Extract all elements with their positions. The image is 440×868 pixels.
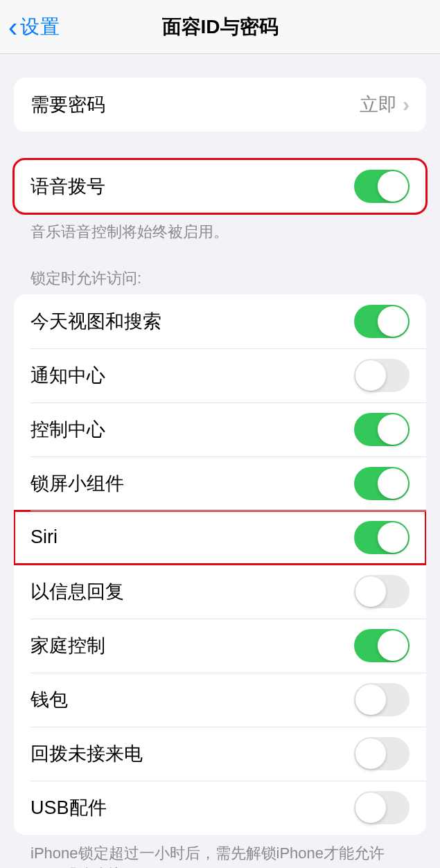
nav-bar: ‹ 设置 面容ID与密码	[0, 0, 440, 54]
locked-row-control-center: 控制中心	[14, 402, 426, 457]
locked-toggle-return-missed[interactable]	[354, 737, 410, 770]
locked-row-today: 今天视图和搜索	[14, 294, 426, 348]
locked-row-lock-widgets: 锁屏小组件	[14, 457, 426, 511]
voice-dial-footer: 音乐语音控制将始终被启用。	[30, 222, 410, 243]
locked-toggle-siri[interactable]	[354, 521, 410, 554]
locked-row-usb: USB配件	[14, 781, 426, 835]
locked-access-header: 锁定时允许访问:	[30, 268, 410, 289]
locked-label-home-control: 家庭控制	[30, 633, 105, 658]
toggle-knob	[355, 792, 386, 823]
locked-toggle-today[interactable]	[354, 305, 410, 338]
locked-label-siri: Siri	[30, 526, 58, 548]
voice-dial-toggle[interactable]	[354, 170, 410, 203]
locked-label-control-center: 控制中心	[30, 417, 105, 442]
locked-toggle-usb[interactable]	[354, 791, 410, 824]
toggle-knob	[378, 522, 408, 553]
toggle-knob	[355, 738, 386, 769]
locked-label-today: 今天视图和搜索	[30, 309, 161, 334]
toggle-knob	[378, 468, 408, 499]
locked-toggle-wallet[interactable]	[354, 683, 410, 716]
require-passcode-value: 立即	[360, 92, 397, 117]
voice-dial-label: 语音拨号	[30, 174, 105, 199]
toggle-knob	[378, 306, 408, 337]
toggle-knob	[355, 684, 386, 715]
require-passcode-row[interactable]: 需要密码 立即 ›	[14, 78, 426, 132]
locked-label-notification-center: 通知中心	[30, 363, 105, 388]
locked-row-home-control: 家庭控制	[14, 619, 426, 673]
locked-row-notification-center: 通知中心	[14, 348, 426, 402]
require-passcode-label: 需要密码	[30, 92, 105, 117]
locked-toggle-notification-center[interactable]	[354, 359, 410, 392]
locked-access-footer: iPhone锁定超过一小时后，需先解锁iPhone才能允许USB配件连接。	[30, 843, 410, 868]
require-passcode-trail: 立即 ›	[360, 92, 410, 117]
locked-label-return-missed: 回拨未接来电	[30, 741, 143, 766]
locked-label-reply-message: 以信息回复	[30, 579, 124, 604]
require-passcode-group: 需要密码 立即 ›	[14, 78, 426, 132]
locked-row-wallet: 钱包	[14, 673, 426, 727]
locked-row-return-missed: 回拨未接来电	[14, 727, 426, 781]
chevron-left-icon: ‹	[8, 13, 17, 41]
locked-label-lock-widgets: 锁屏小组件	[30, 471, 124, 496]
back-label: 设置	[20, 14, 60, 40]
locked-access-group: 今天视图和搜索 通知中心 控制中心 锁屏小组件 Siri 以信息回复 家庭控制	[14, 294, 426, 835]
toggle-knob	[355, 576, 386, 607]
locked-toggle-control-center[interactable]	[354, 413, 410, 446]
voice-dial-row: 语音拨号	[14, 159, 426, 213]
page-title: 面容ID与密码	[162, 14, 279, 40]
content: 需要密码 立即 › 语音拨号 音乐语音控制将始终被启用。 锁定时允许访问: 今天…	[0, 78, 440, 868]
locked-row-reply-message: 以信息回复	[14, 565, 426, 619]
toggle-knob	[378, 171, 408, 202]
back-button[interactable]: ‹ 设置	[0, 13, 60, 41]
locked-label-usb: USB配件	[30, 795, 107, 820]
toggle-knob	[355, 360, 386, 391]
chevron-right-icon: ›	[403, 93, 410, 116]
toggle-knob	[378, 630, 408, 661]
locked-row-siri: Siri	[14, 511, 426, 565]
locked-label-wallet: 钱包	[30, 687, 68, 712]
locked-toggle-home-control[interactable]	[354, 629, 410, 662]
voice-dial-group: 语音拨号	[14, 159, 426, 213]
locked-toggle-lock-widgets[interactable]	[354, 467, 410, 500]
locked-toggle-reply-message[interactable]	[354, 575, 410, 608]
toggle-knob	[378, 414, 408, 445]
